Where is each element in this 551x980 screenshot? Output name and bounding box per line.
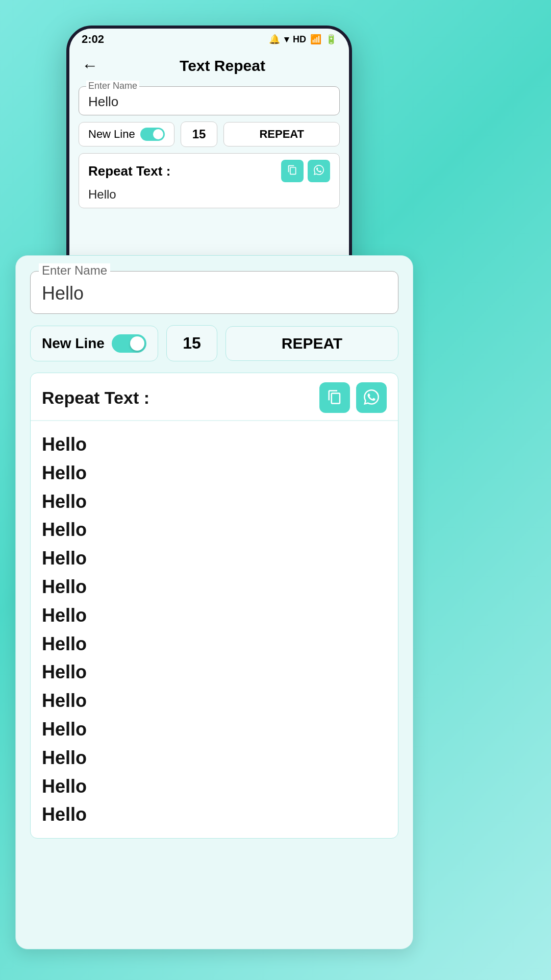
- phone-input-label: Enter Name: [86, 81, 139, 91]
- phone-controls-row: New Line 15 REPEAT: [79, 121, 340, 147]
- phone-time: 2:02: [82, 33, 104, 46]
- phone-result-area: Repeat Text : Hello: [79, 153, 340, 208]
- fg-hello-line: Hello: [42, 459, 387, 487]
- fg-hello-line: Hello: [42, 715, 387, 744]
- fg-hello-line: Hello: [42, 744, 387, 772]
- phone-volume-icon: 🔔: [269, 34, 280, 45]
- fg-copy-icon: [327, 389, 342, 406]
- fg-whatsapp-icon: [364, 389, 379, 406]
- fg-copy-button[interactable]: [319, 382, 350, 413]
- fg-toggle[interactable]: [112, 334, 146, 353]
- fg-hello-line: Hello: [42, 601, 387, 630]
- phone-status-bar: 2:02 🔔 ▾ HD 📶 🔋: [69, 29, 349, 50]
- fg-result-area: Repeat Text : HelloHelloHelloHelloHelloH…: [30, 373, 398, 839]
- phone-result-icons: [281, 160, 330, 182]
- fg-input-label: Enter Name: [39, 263, 110, 278]
- phone-wifi-icon: ▾: [284, 34, 289, 45]
- phone-newline-button[interactable]: New Line: [79, 122, 174, 146]
- fg-result-icons: [319, 382, 387, 413]
- phone-whatsapp-icon: [314, 165, 324, 177]
- fg-controls-row: New Line 15 REPEAT: [30, 325, 398, 361]
- phone-input-field[interactable]: Hello: [88, 92, 330, 110]
- fg-newline-label: New Line: [42, 335, 105, 352]
- fg-whatsapp-button[interactable]: [356, 382, 387, 413]
- fg-newline-button[interactable]: New Line: [30, 326, 158, 361]
- phone-repeat-button[interactable]: REPEAT: [223, 122, 340, 146]
- phone-signal-icon: 📶: [310, 34, 321, 45]
- fg-result-content: HelloHelloHelloHelloHelloHelloHelloHello…: [31, 421, 398, 838]
- phone-input-container: Enter Name Hello: [79, 86, 340, 115]
- fg-result-header: Repeat Text :: [31, 373, 398, 421]
- phone-newline-label: New Line: [88, 128, 135, 141]
- fg-result-title: Repeat Text :: [42, 388, 149, 408]
- phone-app-header: ← Text Repeat: [69, 50, 349, 81]
- fg-hello-line: Hello: [42, 430, 387, 459]
- fg-input-field[interactable]: Hello: [42, 281, 387, 304]
- fg-hello-line: Hello: [42, 516, 387, 544]
- fg-hello-line: Hello: [42, 487, 387, 516]
- fg-input-container: Enter Name Hello: [30, 271, 398, 314]
- phone-battery-icon: 🔋: [325, 34, 337, 45]
- fg-hello-line: Hello: [42, 800, 387, 829]
- phone-copy-icon: [287, 165, 297, 177]
- foreground-card: Enter Name Hello New Line 15 REPEAT Repe…: [15, 255, 413, 949]
- fg-toggle-thumb: [130, 336, 144, 351]
- phone-count-button[interactable]: 15: [181, 121, 218, 147]
- fg-hello-line: Hello: [42, 630, 387, 658]
- fg-hello-line: Hello: [42, 573, 387, 601]
- fg-repeat-button[interactable]: REPEAT: [226, 326, 398, 361]
- fg-hello-line: Hello: [42, 772, 387, 801]
- phone-result-title: Repeat Text :: [88, 163, 170, 179]
- phone-toggle[interactable]: [140, 128, 165, 141]
- fg-hello-line: Hello: [42, 687, 387, 715]
- phone-status-icons: 🔔 ▾ HD 📶 🔋: [269, 34, 337, 45]
- phone-copy-button[interactable]: [281, 160, 304, 182]
- phone-back-button[interactable]: ←: [82, 56, 98, 75]
- phone-app-title: Text Repeat: [108, 57, 337, 75]
- phone-hd-icon: HD: [293, 34, 306, 45]
- fg-hello-line: Hello: [42, 658, 387, 687]
- fg-hello-line: Hello: [42, 544, 387, 573]
- phone-result-preview: Hello: [88, 187, 330, 202]
- phone-result-header: Repeat Text :: [88, 160, 330, 182]
- phone-whatsapp-button[interactable]: [308, 160, 330, 182]
- fg-count-button[interactable]: 15: [166, 325, 217, 361]
